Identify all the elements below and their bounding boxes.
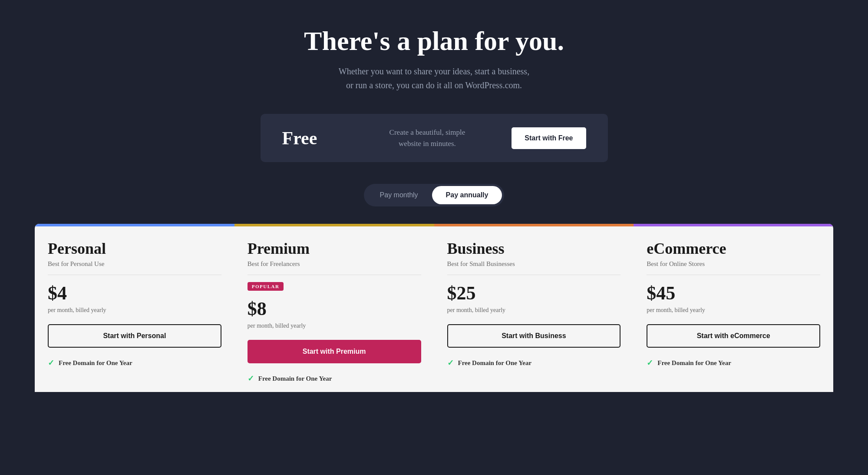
plan-tagline-personal: Best for Personal Use <box>48 260 221 268</box>
plan-cta-premium[interactable]: Start with Premium <box>248 340 421 363</box>
plan-price-premium: $8 <box>248 298 421 320</box>
plan-billing-ecommerce: per month, billed yearly <box>647 307 820 314</box>
plan-price-personal: $4 <box>48 282 221 304</box>
hero-subtitle: Whether you want to share your ideas, st… <box>295 64 573 92</box>
plans-grid: Personal Best for Personal Use $4 per mo… <box>35 224 833 392</box>
plan-name-business: Business <box>447 239 621 258</box>
plan-feature-label-ecommerce: Free Domain for One Year <box>657 359 731 367</box>
free-plan-description: Create a beautiful, simple website in mi… <box>360 127 495 149</box>
start-free-button[interactable]: Start with Free <box>512 127 586 149</box>
plan-card-personal: Personal Best for Personal Use $4 per mo… <box>35 224 234 392</box>
check-icon: ✓ <box>647 358 653 368</box>
plan-tagline-ecommerce: Best for Online Stores <box>647 260 820 268</box>
plan-feature-business: ✓ Free Domain for One Year <box>447 358 621 368</box>
plan-name-premium: Premium <box>248 239 421 258</box>
popular-badge: POPULAR <box>248 282 284 291</box>
free-plan-banner: Free Create a beautiful, simple website … <box>261 114 608 162</box>
plan-cta-personal[interactable]: Start with Personal <box>48 324 221 348</box>
check-icon: ✓ <box>48 358 54 368</box>
free-plan-name: Free <box>282 128 343 149</box>
plan-name-personal: Personal <box>48 239 221 258</box>
billing-toggle: Pay monthly Pay annually <box>35 184 833 206</box>
plan-tagline-premium: Best for Freelancers <box>248 260 421 268</box>
plan-price-ecommerce: $45 <box>647 282 820 304</box>
plan-billing-personal: per month, billed yearly <box>48 307 221 314</box>
hero-section: There's a plan for you. Whether you want… <box>35 26 833 92</box>
plan-feature-label-premium: Free Domain for One Year <box>258 375 332 382</box>
check-icon: ✓ <box>447 358 454 368</box>
plan-cta-ecommerce[interactable]: Start with eCommerce <box>647 324 820 348</box>
plan-cta-business[interactable]: Start with Business <box>447 324 621 348</box>
plan-feature-personal: ✓ Free Domain for One Year <box>48 358 221 368</box>
plan-card-premium: Premium Best for Freelancers POPULAR $8 … <box>234 224 434 392</box>
hero-title: There's a plan for you. <box>35 26 833 56</box>
plan-billing-business: per month, billed yearly <box>447 307 621 314</box>
plan-tagline-business: Best for Small Businesses <box>447 260 621 268</box>
plan-card-ecommerce: eCommerce Best for Online Stores $45 per… <box>634 224 833 392</box>
plan-feature-label-personal: Free Domain for One Year <box>59 359 132 367</box>
plan-feature-premium: ✓ Free Domain for One Year <box>248 374 421 383</box>
plan-feature-label-business: Free Domain for One Year <box>458 359 532 367</box>
pay-annually-button[interactable]: Pay annually <box>432 186 502 204</box>
plan-price-business: $25 <box>447 282 621 304</box>
toggle-pill: Pay monthly Pay annually <box>364 184 505 206</box>
plan-name-ecommerce: eCommerce <box>647 239 820 258</box>
plan-billing-premium: per month, billed yearly <box>248 322 421 329</box>
plan-card-business: Business Best for Small Businesses $25 p… <box>434 224 634 392</box>
check-icon: ✓ <box>248 374 254 383</box>
pay-monthly-button[interactable]: Pay monthly <box>366 186 432 204</box>
plan-feature-ecommerce: ✓ Free Domain for One Year <box>647 358 820 368</box>
